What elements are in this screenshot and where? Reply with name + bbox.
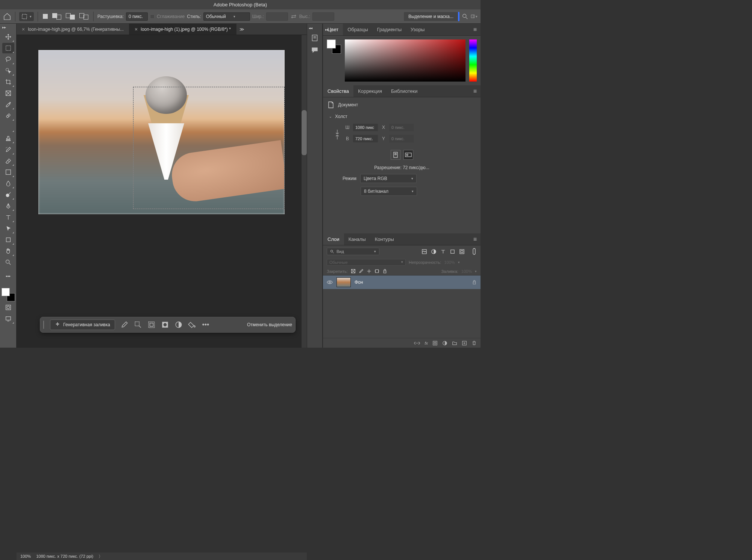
expand-tools-icon[interactable]: ▸▸ xyxy=(2,25,6,29)
document-tab[interactable]: × loon-image-high (1).jpeg @ 100% (RGB/8… xyxy=(129,24,237,35)
selection-new[interactable] xyxy=(42,13,49,20)
comments-icon[interactable] xyxy=(311,46,319,54)
more-icon[interactable]: ••• xyxy=(202,321,210,329)
color-picker-field[interactable] xyxy=(345,39,465,82)
tab-patterns[interactable]: Узоры xyxy=(406,24,429,35)
close-icon[interactable]: × xyxy=(135,26,138,32)
modify-selection-icon[interactable] xyxy=(134,321,142,329)
gradient-tool[interactable] xyxy=(2,167,14,177)
lock-transparency-icon[interactable] xyxy=(351,269,356,274)
filter-shape-icon[interactable] xyxy=(450,249,455,254)
selection-add[interactable] xyxy=(51,12,62,21)
selection-marquee[interactable] xyxy=(133,87,285,209)
tab-libraries[interactable]: Библиотеки xyxy=(387,85,422,97)
visibility-icon[interactable] xyxy=(327,280,333,285)
mask-icon[interactable] xyxy=(432,341,438,346)
panel-icon[interactable] xyxy=(311,34,319,42)
tabs-overflow[interactable]: ≫ xyxy=(237,24,247,35)
delete-layer-icon[interactable] xyxy=(472,341,477,346)
fg-bg-swatches[interactable] xyxy=(327,39,341,54)
style-select[interactable]: Обычный▾ xyxy=(203,12,250,21)
brush-tool[interactable] xyxy=(2,122,14,132)
color-mode-select[interactable]: Цвета RGB▾ xyxy=(360,174,417,183)
hue-slider[interactable] xyxy=(469,39,477,82)
adjustment-icon[interactable] xyxy=(174,321,183,329)
tab-properties[interactable]: Свойства xyxy=(323,85,353,97)
fill-icon[interactable] xyxy=(188,321,196,329)
blur-tool[interactable] xyxy=(2,178,14,189)
home-button[interactable] xyxy=(3,13,11,20)
quick-mask[interactable] xyxy=(2,302,14,313)
lock-position-icon[interactable] xyxy=(367,269,371,274)
tab-channels[interactable]: Каналы xyxy=(344,233,370,245)
mask-icon[interactable] xyxy=(161,321,169,329)
link-layers-icon[interactable] xyxy=(414,341,420,345)
generative-fill-button[interactable]: Генеративная заливка xyxy=(50,319,115,330)
tab-gradients[interactable]: Градиенты xyxy=(373,24,406,35)
edit-toolbar[interactable]: ••• xyxy=(2,271,14,282)
lock-artboard-icon[interactable] xyxy=(374,269,379,274)
group-icon[interactable] xyxy=(452,341,457,346)
color-swatches[interactable] xyxy=(2,288,15,301)
bit-depth-select[interactable]: 8 бит/канал▾ xyxy=(361,187,417,196)
fx-icon[interactable]: fx xyxy=(425,341,428,345)
close-icon[interactable]: × xyxy=(22,26,25,32)
shape-tool[interactable] xyxy=(2,235,14,245)
collapse-icon[interactable]: ▸▸ xyxy=(323,27,331,32)
search-button[interactable] xyxy=(462,13,468,20)
lock-icon[interactable] xyxy=(472,280,477,285)
screen-mode[interactable] xyxy=(2,313,14,324)
hand-tool[interactable] xyxy=(2,246,14,256)
chevron-down-icon[interactable]: ⌄ xyxy=(329,115,332,118)
quick-select-tool[interactable] xyxy=(2,65,14,76)
canvas[interactable] xyxy=(38,50,285,214)
selection-intersect[interactable] xyxy=(78,12,89,21)
heal-tool[interactable] xyxy=(2,110,14,121)
crop-tool[interactable] xyxy=(2,77,14,87)
tab-layers[interactable]: Слои xyxy=(323,233,344,245)
tool-preset[interactable]: ▾ xyxy=(19,12,34,21)
lock-paint-icon[interactable] xyxy=(359,269,364,274)
drag-handle[interactable] xyxy=(43,321,44,329)
filter-adjust-icon[interactable] xyxy=(431,249,437,254)
orientation-landscape[interactable] xyxy=(403,150,413,160)
lock-all-icon[interactable] xyxy=(382,269,387,274)
foreground-color[interactable] xyxy=(2,288,10,296)
tab-swatches[interactable]: Образцы xyxy=(343,24,373,35)
zoom-tool[interactable] xyxy=(2,257,14,268)
filter-type-icon[interactable] xyxy=(440,249,446,254)
path-select-tool[interactable] xyxy=(2,223,14,234)
new-layer-icon[interactable] xyxy=(462,341,467,346)
panel-menu-icon[interactable]: ≡ xyxy=(470,26,481,33)
filter-smart-icon[interactable] xyxy=(459,249,465,254)
orientation-portrait[interactable] xyxy=(391,150,400,160)
history-brush-tool[interactable] xyxy=(2,144,14,155)
panel-menu-icon[interactable]: ≡ xyxy=(470,88,481,95)
tab-adjustments[interactable]: Коррекция xyxy=(353,85,387,97)
select-and-mask-button[interactable]: Выделение и маска... xyxy=(403,12,459,21)
width-field[interactable] xyxy=(353,124,378,131)
contextual-taskbar[interactable]: Генеративная заливка ••• Отменить выделе… xyxy=(40,317,296,333)
selection-subtract[interactable] xyxy=(65,12,76,21)
foreground-swatch[interactable] xyxy=(327,39,336,48)
lasso-tool[interactable] xyxy=(2,54,14,65)
marquee-tool[interactable] xyxy=(2,43,14,53)
feather-input[interactable] xyxy=(126,12,148,21)
link-icon[interactable] xyxy=(335,129,340,141)
canvas-viewport[interactable] xyxy=(17,35,307,348)
expand-dock-icon[interactable]: ◂◂ xyxy=(309,26,312,30)
deselect-button[interactable]: Отменить выделение xyxy=(247,322,292,327)
adjustment-layer-icon[interactable] xyxy=(442,341,447,346)
layer-row[interactable]: Фон xyxy=(323,275,481,289)
frame-tool[interactable] xyxy=(2,88,14,98)
filter-toggle[interactable] xyxy=(472,248,477,255)
document-tab[interactable]: × loon-image-high.jpeg @ 66,7% (Генерати… xyxy=(17,24,129,35)
type-tool[interactable] xyxy=(2,212,14,222)
dodge-tool[interactable] xyxy=(2,189,14,200)
layer-name[interactable]: Фон xyxy=(355,280,363,285)
invert-selection-icon[interactable] xyxy=(147,321,156,329)
pen-tool[interactable] xyxy=(2,201,14,211)
panel-menu-icon[interactable]: ≡ xyxy=(470,236,481,243)
workspace-button[interactable]: ▾ xyxy=(471,13,478,20)
height-field[interactable] xyxy=(353,135,378,142)
